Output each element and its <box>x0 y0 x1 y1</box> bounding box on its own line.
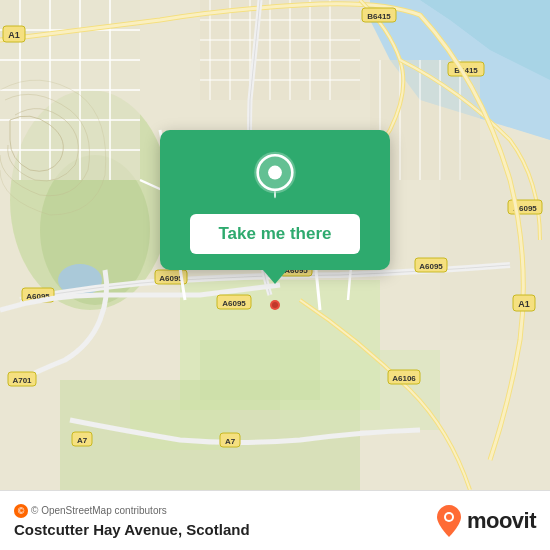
svg-text:A1: A1 <box>518 299 530 309</box>
moovit-logo: moovit <box>435 503 536 539</box>
osm-icon: © <box>14 504 28 518</box>
attribution-text: © OpenStreetMap contributors <box>31 505 167 516</box>
popup-card: Take me there <box>160 130 390 270</box>
svg-point-74 <box>446 514 452 520</box>
svg-point-69 <box>272 302 278 308</box>
footer-info: © © OpenStreetMap contributors Costcutte… <box>14 504 250 538</box>
svg-text:A6095: A6095 <box>222 299 246 308</box>
take-me-there-button[interactable]: Take me there <box>190 214 359 254</box>
location-pin-icon <box>249 150 301 202</box>
svg-text:B6415: B6415 <box>367 12 391 21</box>
map-container: A1 B6415 B6415 A6095 A1 A6095 A6095 A609… <box>0 0 550 490</box>
moovit-brand-text: moovit <box>467 508 536 534</box>
svg-text:A6095: A6095 <box>419 262 443 271</box>
footer: © © OpenStreetMap contributors Costcutte… <box>0 490 550 550</box>
svg-text:A701: A701 <box>12 376 32 385</box>
svg-text:A7: A7 <box>225 437 236 446</box>
map-attribution: © © OpenStreetMap contributors <box>14 504 250 518</box>
svg-rect-21 <box>200 0 360 100</box>
svg-text:A1: A1 <box>8 30 20 40</box>
location-name: Costcutter Hay Avenue, Scotland <box>14 521 250 538</box>
moovit-pin-icon <box>435 503 463 539</box>
svg-point-72 <box>268 166 282 180</box>
svg-rect-9 <box>200 340 320 400</box>
svg-text:A7: A7 <box>77 436 88 445</box>
svg-text:A6106: A6106 <box>392 374 416 383</box>
